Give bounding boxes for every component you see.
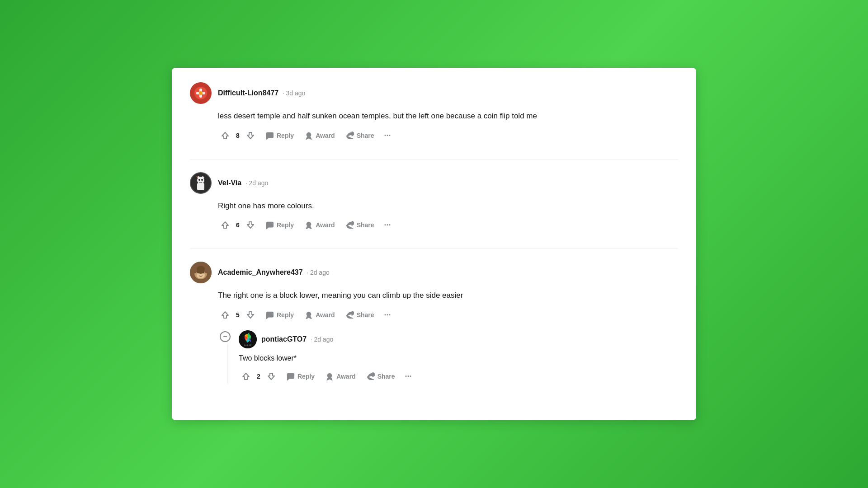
avatar bbox=[190, 262, 212, 283]
comment-meta: Vel-Via · 2d ago bbox=[218, 179, 268, 187]
nested-comment: − bbox=[218, 330, 678, 384]
vote-count: 8 bbox=[235, 132, 241, 139]
comment-header: Academic_Anywhere437 · 2d ago bbox=[190, 262, 678, 283]
award-button[interactable]: Award bbox=[300, 129, 340, 142]
more-button[interactable]: ··· bbox=[381, 130, 395, 141]
share-button[interactable]: Share bbox=[362, 370, 400, 383]
downvote-button[interactable] bbox=[243, 308, 258, 322]
timestamp: · 2d ago bbox=[307, 269, 330, 276]
comment-meta: Academic_Anywhere437 · 2d ago bbox=[218, 268, 330, 277]
action-bar: 5 Reply Award bbox=[218, 308, 678, 322]
nested-comment-meta: pontiacGTO7 · 2d ago bbox=[261, 335, 333, 343]
share-button[interactable]: Share bbox=[341, 308, 379, 322]
action-bar: 8 Reply Award bbox=[218, 128, 678, 143]
vote-group: 5 bbox=[218, 308, 258, 322]
share-button[interactable]: Share bbox=[341, 129, 379, 142]
divider bbox=[190, 249, 678, 249]
upvote-button[interactable] bbox=[218, 218, 232, 232]
award-button[interactable]: Award bbox=[300, 218, 340, 232]
svg-point-9 bbox=[198, 179, 200, 181]
username: Academic_Anywhere437 bbox=[218, 268, 303, 276]
username: pontiacGTO7 bbox=[261, 335, 307, 343]
timestamp: · 2d ago bbox=[311, 336, 334, 343]
comment-meta: Difficult-Lion8477 · 3d ago bbox=[218, 89, 305, 97]
downvote-button[interactable] bbox=[243, 128, 258, 143]
vote-count: 2 bbox=[256, 373, 261, 380]
svg-point-13 bbox=[307, 222, 311, 226]
reply-button[interactable]: Reply bbox=[261, 308, 298, 322]
reply-button[interactable]: Reply bbox=[261, 129, 298, 142]
upvote-button[interactable] bbox=[218, 308, 232, 322]
comment-item: Academic_Anywhere437 · 2d ago The right … bbox=[190, 262, 678, 384]
reply-button[interactable]: Reply bbox=[282, 370, 319, 383]
action-bar: 6 Reply Award bbox=[218, 218, 678, 232]
svg-point-10 bbox=[201, 179, 203, 181]
timestamp: · 3d ago bbox=[283, 89, 306, 97]
upvote-button[interactable] bbox=[239, 369, 253, 384]
comment-item: Vel-Via · 2d ago Right one has more colo… bbox=[190, 172, 678, 233]
comment-body: Right one has more colours. bbox=[218, 200, 678, 212]
svg-rect-8 bbox=[197, 183, 204, 190]
nested-header: think diff pontiacGTO7 · 2d ago bbox=[239, 330, 678, 348]
svg-point-4 bbox=[199, 91, 203, 95]
reply-button[interactable]: Reply bbox=[261, 218, 298, 232]
collapse-button[interactable]: − bbox=[220, 331, 231, 342]
more-button[interactable]: ··· bbox=[401, 371, 415, 382]
avatar bbox=[190, 172, 212, 194]
comments-panel: Difficult-Lion8477 · 3d ago less desert … bbox=[172, 68, 696, 420]
comment-body: Two blocks lower* bbox=[239, 353, 678, 364]
svg-point-23 bbox=[204, 268, 210, 273]
svg-point-27 bbox=[328, 373, 332, 377]
avatar: think diff bbox=[239, 330, 257, 348]
upvote-button[interactable] bbox=[218, 128, 232, 143]
svg-point-22 bbox=[192, 268, 197, 273]
more-button[interactable]: ··· bbox=[381, 309, 395, 321]
vote-group: 8 bbox=[218, 128, 258, 143]
downvote-button[interactable] bbox=[243, 218, 258, 232]
vote-group: 6 bbox=[218, 218, 258, 232]
nested-content: think diff pontiacGTO7 · 2d ago Two bloc… bbox=[232, 330, 678, 384]
award-button[interactable]: Award bbox=[300, 308, 340, 322]
share-button[interactable]: Share bbox=[341, 218, 379, 232]
avatar bbox=[190, 82, 212, 104]
timestamp: · 2d ago bbox=[245, 179, 269, 187]
comment-body: The right one is a block lower, meaning … bbox=[218, 290, 678, 301]
action-bar: 2 Reply bbox=[239, 369, 678, 384]
comment-body: less desert temple and half sunken ocean… bbox=[218, 110, 678, 122]
vote-group: 2 bbox=[239, 369, 278, 384]
comment-item: Difficult-Lion8477 · 3d ago less desert … bbox=[190, 82, 678, 143]
vote-count: 5 bbox=[235, 311, 241, 319]
svg-text:think diff: think diff bbox=[244, 344, 252, 347]
award-button[interactable]: Award bbox=[321, 370, 360, 383]
divider bbox=[190, 159, 678, 160]
svg-point-21 bbox=[196, 266, 205, 274]
svg-point-5 bbox=[307, 132, 311, 136]
username: Vel-Via bbox=[218, 179, 241, 187]
more-button[interactable]: ··· bbox=[381, 219, 395, 231]
downvote-button[interactable] bbox=[264, 369, 278, 384]
vote-count: 6 bbox=[235, 221, 241, 229]
username: Difficult-Lion8477 bbox=[218, 89, 278, 97]
comment-header: Difficult-Lion8477 · 3d ago bbox=[190, 82, 678, 104]
svg-point-24 bbox=[307, 312, 311, 316]
comment-header: Vel-Via · 2d ago bbox=[190, 172, 678, 194]
